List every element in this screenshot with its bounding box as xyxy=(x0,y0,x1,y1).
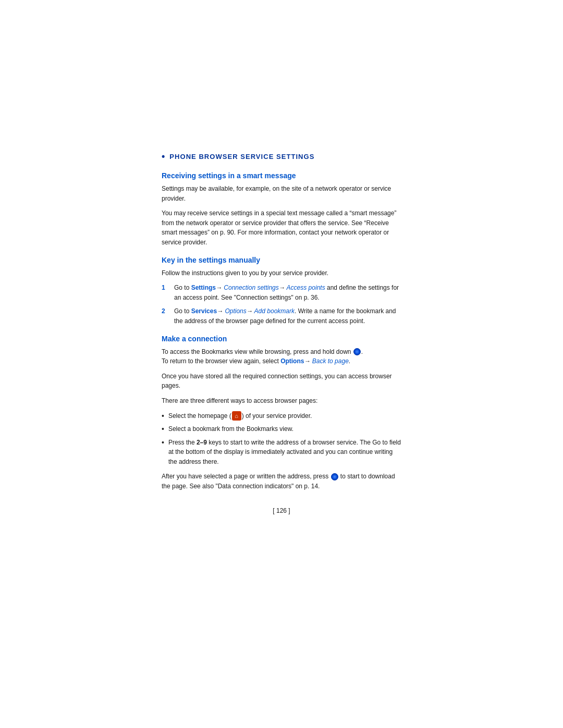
make-connection-para1: To access the Bookmarks view while brows… xyxy=(162,347,401,366)
make-connection-heading: Make a connection xyxy=(162,335,401,343)
page-number: [ 126 ] xyxy=(162,507,401,514)
receiving-settings-para1: Settings may be available, for example, … xyxy=(162,184,401,203)
numbered-list: 1 Go to Settings→ Connection settings→ A… xyxy=(162,283,401,326)
list-item-2-text: Go to Services→ Options→ Add bookmark. W… xyxy=(174,306,401,326)
make-connection-footer: After you have selected a page or writte… xyxy=(162,472,401,491)
page: PHONE BROWSER SERVICE SETTINGS Receiving… xyxy=(0,0,563,728)
bullet-item-2: Select a bookmark from the Bookmarks vie… xyxy=(168,424,293,435)
home-icon xyxy=(232,411,241,421)
main-heading: PHONE BROWSER SERVICE SETTINGS xyxy=(162,151,401,162)
list-item: 1 Go to Settings→ Connection settings→ A… xyxy=(162,283,401,302)
access-points-link[interactable]: Access points xyxy=(287,284,325,291)
list-item: Select a bookmark from the Bookmarks vie… xyxy=(162,424,401,435)
list-item: Select the homepage () of your service p… xyxy=(162,411,401,422)
joystick-icon-2 xyxy=(331,473,338,480)
content-area: PHONE BROWSER SERVICE SETTINGS Receiving… xyxy=(162,0,401,514)
options-link[interactable]: Options xyxy=(225,307,246,315)
options-link-2[interactable]: Options xyxy=(280,357,304,365)
main-section: PHONE BROWSER SERVICE SETTINGS Receiving… xyxy=(162,151,401,491)
settings-link[interactable]: Settings xyxy=(191,284,216,291)
key-in-settings-heading: Key in the settings manually xyxy=(162,256,401,264)
bullet-list: Select the homepage () of your service p… xyxy=(162,411,401,467)
list-item-1-text: Go to Settings→ Connection settings→ Acc… xyxy=(174,283,401,302)
receiving-settings-para2: You may receive service settings in a sp… xyxy=(162,208,401,247)
bullet-item-1: Select the homepage () of your service p… xyxy=(168,411,312,422)
list-item: 2 Go to Services→ Options→ Add bookmark.… xyxy=(162,306,401,326)
receiving-settings-heading: Receiving settings in a smart message xyxy=(162,171,401,180)
list-item: Press the 2–9 keys to start to write the… xyxy=(162,438,401,467)
services-link[interactable]: Services xyxy=(191,307,217,315)
receiving-settings-section: Receiving settings in a smart message Se… xyxy=(162,171,401,248)
joystick-icon xyxy=(353,348,361,355)
connection-settings-link[interactable]: Connection settings xyxy=(224,284,278,291)
make-connection-para3: There are three different ways to access… xyxy=(162,396,401,406)
list-number-2: 2 xyxy=(162,306,169,326)
add-bookmark-link[interactable]: Add bookmark xyxy=(254,307,295,315)
back-to-page-link[interactable]: Back to page xyxy=(312,357,349,365)
make-connection-section: Make a connection To access the Bookmark… xyxy=(162,335,401,491)
make-connection-para2: Once you have stored all the required co… xyxy=(162,372,401,391)
list-number-1: 1 xyxy=(162,283,169,302)
key-in-settings-intro: Follow the instructions given to you by … xyxy=(162,268,401,278)
key-in-settings-section: Key in the settings manually Follow the … xyxy=(162,256,401,326)
bullet-item-3: Press the 2–9 keys to start to write the… xyxy=(168,438,401,467)
